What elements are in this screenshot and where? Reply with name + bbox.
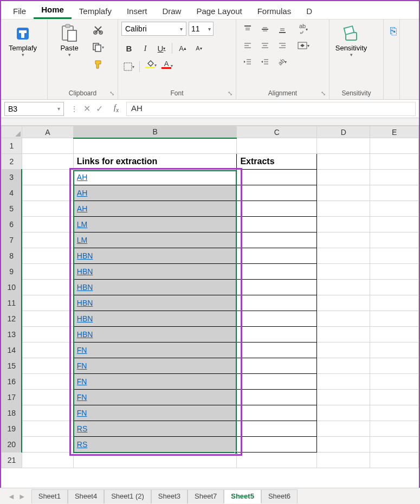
cell-B20[interactable]: RS — [73, 437, 237, 453]
cell-E20[interactable] — [370, 437, 419, 453]
cell-E7[interactable] — [370, 232, 419, 248]
ribbon-tab-draw[interactable]: Draw — [154, 3, 189, 19]
cell-D17[interactable] — [317, 390, 370, 405]
hyperlink[interactable]: AH — [77, 204, 87, 213]
ribbon-tab-formulas[interactable]: Formulas — [250, 3, 299, 19]
cell-B9[interactable]: HBN — [73, 264, 237, 280]
cell-E9[interactable] — [370, 264, 419, 280]
cell-D21[interactable] — [317, 453, 370, 468]
cell-D19[interactable] — [317, 421, 370, 437]
increase-indent-button[interactable] — [257, 54, 273, 69]
cell-E11[interactable] — [370, 295, 419, 311]
row-header-12[interactable]: 12 — [2, 311, 22, 327]
align-right-button[interactable] — [274, 38, 290, 53]
cell-D10[interactable] — [317, 280, 370, 295]
cell-E1[interactable] — [370, 138, 419, 154]
cell-C17[interactable] — [237, 390, 317, 405]
cell-A8[interactable] — [22, 248, 73, 264]
enter-icon[interactable]: ✓ — [96, 104, 103, 114]
cell-C20[interactable] — [237, 437, 317, 453]
col-header-C[interactable]: C — [237, 126, 317, 138]
cell-B1[interactable] — [73, 138, 237, 154]
cell-E6[interactable] — [370, 217, 419, 232]
cell-A11[interactable] — [22, 295, 73, 311]
hyperlink[interactable]: LM — [77, 236, 87, 244]
formula-input[interactable]: AH — [126, 102, 416, 116]
cell-A21[interactable] — [22, 453, 73, 468]
cell-C5[interactable] — [237, 201, 317, 217]
hyperlink[interactable]: LM — [77, 220, 87, 229]
cell-A16[interactable] — [22, 374, 73, 390]
cell-B2[interactable]: Links for extraction — [73, 154, 237, 170]
ribbon-tab-templafy[interactable]: Templafy — [72, 3, 119, 19]
cell-A9[interactable] — [22, 264, 73, 280]
more-icon[interactable]: ⋮ — [70, 105, 78, 113]
cell-C9[interactable] — [237, 264, 317, 280]
cell-A3[interactable] — [22, 170, 73, 185]
cell-C19[interactable] — [237, 421, 317, 437]
copy-button[interactable]: ▾ — [91, 40, 105, 54]
cell-B16[interactable]: FN — [73, 374, 237, 390]
sheet-nav-next[interactable]: ► — [18, 492, 26, 501]
hyperlink[interactable]: HBN — [77, 283, 93, 292]
align-left-button[interactable] — [240, 38, 256, 53]
hyperlink[interactable]: RS — [77, 424, 87, 433]
cell-D12[interactable] — [317, 311, 370, 327]
hyperlink[interactable]: HBN — [77, 314, 93, 323]
row-header-14[interactable]: 14 — [2, 343, 22, 358]
cell-A10[interactable] — [22, 280, 73, 295]
cell-E8[interactable] — [370, 248, 419, 264]
cell-A14[interactable] — [22, 343, 73, 358]
cell-A1[interactable] — [22, 138, 73, 154]
cell-C1[interactable] — [237, 138, 317, 154]
alignment-launcher[interactable]: ⤡ — [321, 90, 326, 97]
row-header-15[interactable]: 15 — [2, 358, 22, 374]
cell-D8[interactable] — [317, 248, 370, 264]
cell-E5[interactable] — [370, 201, 419, 217]
cell-D3[interactable] — [317, 170, 370, 185]
paste-button[interactable]: Paste ▾ — [51, 22, 88, 60]
cell-E4[interactable] — [370, 185, 419, 201]
borders-button[interactable]: ▾ — [121, 60, 137, 74]
sheet-tab-sheet4[interactable]: Sheet4 — [68, 489, 104, 503]
cell-C13[interactable] — [237, 327, 317, 343]
col-header-D[interactable]: D — [317, 126, 370, 138]
cell-C2[interactable]: Extracts — [237, 154, 317, 170]
col-header-B[interactable]: B — [73, 126, 237, 138]
hyperlink[interactable]: FN — [77, 393, 87, 402]
cell-B15[interactable]: FN — [73, 358, 237, 374]
cell-A13[interactable] — [22, 327, 73, 343]
hyperlink[interactable]: AH — [77, 189, 87, 197]
cell-D7[interactable] — [317, 232, 370, 248]
cell-E12[interactable] — [370, 311, 419, 327]
cell-E19[interactable] — [370, 421, 419, 437]
cell-D18[interactable] — [317, 405, 370, 421]
cell-D1[interactable] — [317, 138, 370, 154]
row-header-9[interactable]: 9 — [2, 264, 22, 280]
cell-C18[interactable] — [237, 405, 317, 421]
font-color-button[interactable]: A ▾ — [159, 60, 174, 74]
sheet-tab-sheet6[interactable]: Sheet6 — [261, 489, 298, 503]
hyperlink[interactable]: FN — [77, 377, 87, 386]
cut-button[interactable] — [91, 23, 105, 37]
sheet-tab-sheet3[interactable]: Sheet3 — [151, 489, 188, 503]
wrap-text-button[interactable]: ab⤶▾ — [292, 22, 315, 37]
cell-E18[interactable] — [370, 405, 419, 421]
font-size-select[interactable]: 11 ▾ — [189, 22, 214, 36]
row-header-1[interactable]: 1 — [2, 138, 22, 154]
sheet-tab-sheet5[interactable]: Sheet5 — [224, 489, 261, 503]
row-header-6[interactable]: 6 — [2, 217, 22, 232]
cell-E10[interactable] — [370, 280, 419, 295]
cell-C7[interactable] — [237, 232, 317, 248]
cell-C16[interactable] — [237, 374, 317, 390]
hyperlink[interactable]: HBN — [77, 330, 93, 339]
cell-C15[interactable] — [237, 358, 317, 374]
ribbon-tab-d[interactable]: D — [299, 3, 320, 19]
row-header-21[interactable]: 21 — [2, 453, 22, 468]
cell-E13[interactable] — [370, 327, 419, 343]
row-header-2[interactable]: 2 — [2, 154, 22, 170]
row-header-8[interactable]: 8 — [2, 248, 22, 264]
cell-E14[interactable] — [370, 343, 419, 358]
cell-C21[interactable] — [237, 453, 317, 468]
font-launcher[interactable]: ⤡ — [228, 90, 232, 97]
